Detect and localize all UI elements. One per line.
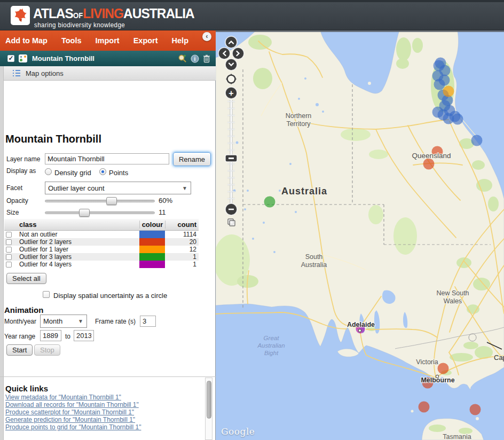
map-label: Queensland	[412, 152, 451, 160]
map-island	[368, 82, 371, 85]
legend-colour-swatch	[139, 253, 165, 261]
map-label: Australia	[301, 261, 327, 269]
size-slider-handle[interactable]	[79, 209, 90, 217]
menu-item-import[interactable]: Import	[96, 36, 120, 45]
legend-row-checkbox[interactable]	[4, 232, 19, 238]
legend-count-cell: 1	[165, 261, 199, 268]
occurrence-point-outlier-2-layers[interactable]	[438, 363, 449, 374]
legend-row: Not an outlier1114	[4, 231, 199, 238]
layer-type-icon	[19, 54, 27, 62]
map-label: Territory	[286, 120, 311, 128]
layer-visibility-checkbox[interactable]: ✓	[7, 55, 14, 62]
layer-info-icon[interactable]: i	[191, 54, 199, 63]
density-grid-radio[interactable]	[45, 168, 52, 175]
occurrence-point-not-an-outlier[interactable]	[434, 79, 445, 90]
map-label: Cap	[494, 353, 504, 362]
rename-button[interactable]: Rename	[173, 152, 211, 166]
legend-class-cell: Outlier for 1 layer	[19, 246, 139, 253]
year-from-input[interactable]	[40, 330, 61, 341]
density-grid-radio-label[interactable]: Density grid	[54, 169, 91, 177]
opacity-slider[interactable]	[45, 200, 155, 202]
map-canvas[interactable]: NorthernTerritoryQueenslandAustraliaSout…	[216, 30, 504, 440]
display-as-label: Display as	[6, 167, 36, 175]
quick-link[interactable]: Download all records for "Mountain Thorn…	[5, 401, 141, 408]
occurrence-point-outlier-1-layer[interactable]	[443, 86, 454, 97]
legend-class-cell: Not an outlier	[19, 231, 139, 238]
year-range-label: Year range	[4, 333, 35, 340]
size-slider[interactable]	[45, 211, 155, 214]
legend-row-checkbox[interactable]	[4, 262, 19, 268]
zoom-slider-handle-bar	[229, 158, 234, 159]
map-label: Bight	[264, 350, 279, 356]
quick-link[interactable]: View metadata for "Mountain Thornbill 1"	[5, 394, 141, 401]
legend-row: Outlier for 1 layer12	[4, 246, 199, 253]
delete-layer-icon[interactable]	[203, 54, 210, 63]
menu-item-tools[interactable]: Tools	[61, 36, 82, 45]
legend-body: Not an outlier1114Outlier for 2 layers20…	[4, 231, 199, 268]
legend-row-checkbox[interactable]	[4, 254, 19, 260]
frame-rate-label: Frame rate (s)	[95, 318, 136, 325]
zoom-to-layer-icon[interactable]	[178, 54, 187, 63]
ala-logo[interactable]	[11, 6, 30, 25]
start-button[interactable]: Start	[6, 344, 33, 356]
app-window: ATLASOFLIVINGAUSTRALIA sharing biodivers…	[0, 0, 504, 440]
legend-colour-swatch	[139, 238, 165, 246]
occurrence-point-not-an-outlier[interactable]	[452, 114, 463, 125]
adelaide-city-marker	[358, 329, 361, 332]
legend-class-cell: Outlier for 2 layers	[19, 238, 139, 246]
stop-button[interactable]: Stop	[34, 344, 60, 356]
frame-rate-input[interactable]	[140, 316, 156, 327]
brand-title: ATLASOFLIVINGAUSTRALIA	[33, 5, 194, 22]
occurrence-point-outlier-2-layers[interactable]	[470, 404, 481, 415]
brand-of: OF	[73, 11, 83, 20]
occurrence-point-not-an-outlier[interactable]	[471, 135, 483, 146]
map-label: South	[305, 253, 323, 261]
layer-name-input[interactable]	[45, 153, 169, 164]
legend-count-cell: 1114	[165, 231, 199, 238]
menu-item-export[interactable]: Export	[133, 36, 158, 45]
map-label: Wales	[444, 297, 462, 305]
uncertainty-label[interactable]: Display spatial uncertainty as a circle	[53, 292, 167, 300]
map-options-accordion[interactable]: Map options	[0, 66, 216, 81]
legend-header-count: count	[165, 221, 199, 229]
quick-link[interactable]: Generate prediction for "Mountain Thornb…	[5, 416, 141, 423]
opacity-slider-handle[interactable]	[106, 197, 117, 205]
my-location-button[interactable]	[226, 74, 237, 84]
map-label: Melbourne	[421, 376, 454, 384]
legend-colour-swatch	[139, 231, 165, 238]
month-select[interactable]: Month ▼	[40, 315, 87, 328]
quick-link[interactable]: Produce scatterplot for "Mountain Thornb…	[5, 408, 141, 416]
map-island	[476, 417, 479, 420]
facet-select-value: Outlier layer count	[48, 184, 105, 192]
legend-row-checkbox[interactable]	[4, 239, 19, 245]
points-radio[interactable]	[99, 168, 106, 175]
legend-class-cell: Outlier for 4 layers	[19, 261, 139, 268]
map-label: Australian	[257, 342, 285, 349]
collapse-panel-button[interactable]: ‹	[202, 32, 211, 41]
map-label: Tasmania	[443, 433, 471, 440]
quick-links-scrollbar[interactable]	[205, 378, 212, 440]
occurrence-point-outlier-2-layers[interactable]	[423, 159, 435, 170]
facet-select[interactable]: Outlier layer count ▼	[45, 182, 191, 194]
map-top-divider	[216, 30, 504, 32]
points-radio-label[interactable]: Points	[109, 169, 128, 177]
scrollbar-thumb[interactable]	[207, 381, 211, 419]
list-icon	[13, 70, 20, 76]
site-header: ATLASOFLIVINGAUSTRALIA sharing biodivers…	[0, 0, 504, 30]
quick-link[interactable]: Produce points to grid for "Mountain Tho…	[5, 423, 141, 431]
menu-items: Add to MapToolsImportExportHelp	[5, 30, 188, 51]
select-all-button[interactable]: Select all	[6, 273, 46, 284]
legend-row-checkbox[interactable]	[4, 247, 19, 253]
panel-left-scrollbar[interactable]	[0, 66, 4, 440]
year-to-input[interactable]	[74, 330, 94, 341]
occurrence-point-outlier-3-layers[interactable]	[264, 197, 275, 208]
menu-item-add-to-map[interactable]: Add to Map	[5, 36, 48, 45]
map-label: Victoria	[416, 358, 438, 366]
size-label: Size	[6, 209, 19, 216]
ala-star-icon	[12, 7, 29, 24]
uncertainty-checkbox[interactable]	[43, 291, 50, 298]
map-viewport[interactable]: NorthernTerritoryQueenslandAustraliaSout…	[216, 30, 504, 440]
menu-item-help[interactable]: Help	[172, 36, 188, 45]
occurrence-point-outlier-2-layers[interactable]	[419, 402, 430, 413]
legend-row: Outlier for 2 layers20	[4, 238, 199, 246]
